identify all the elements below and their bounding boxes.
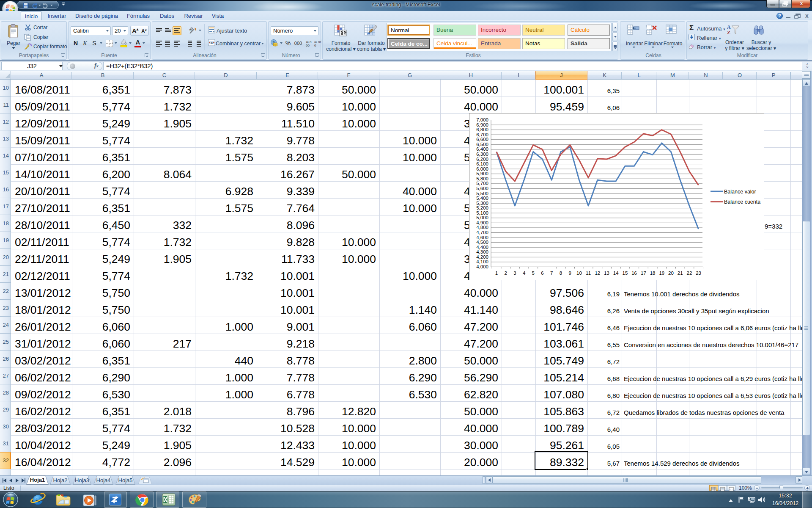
svg-text:5,900: 5,900 [476, 171, 488, 176]
svg-text:12: 12 [595, 271, 600, 276]
svg-text:6,500: 6,500 [476, 142, 488, 147]
svg-text:Balance valor: Balance valor [724, 189, 756, 195]
svg-text:19: 19 [659, 271, 664, 276]
svg-text:7,000: 7,000 [476, 117, 488, 122]
svg-text:6,400: 6,400 [476, 146, 488, 152]
svg-text:4,900: 4,900 [476, 220, 488, 225]
svg-text:6,600: 6,600 [476, 137, 488, 142]
svg-text:5,700: 5,700 [476, 181, 488, 186]
svg-text:6: 6 [541, 271, 543, 276]
svg-text:00: 00 [306, 44, 310, 47]
svg-text:13: 13 [604, 271, 609, 276]
svg-text:6,900: 6,900 [476, 122, 488, 127]
svg-text:5,800: 5,800 [476, 176, 488, 181]
svg-text:5,000: 5,000 [476, 215, 488, 220]
svg-text:6,000: 6,000 [476, 166, 488, 171]
svg-text:9: 9 [568, 271, 571, 276]
svg-text:5,100: 5,100 [476, 210, 488, 215]
svg-text:5,400: 5,400 [476, 196, 488, 201]
svg-text:5: 5 [532, 271, 535, 276]
svg-text:2: 2 [504, 271, 507, 276]
svg-text:4,000: 4,000 [476, 264, 488, 269]
svg-text:6,700: 6,700 [476, 132, 488, 137]
svg-text:4,400: 4,400 [476, 245, 488, 250]
svg-text:Balance cuenta: Balance cuenta [724, 199, 760, 205]
svg-text:?: ? [778, 14, 781, 18]
svg-text:0: 0 [314, 44, 316, 47]
svg-text:4: 4 [523, 271, 526, 276]
svg-text:4,700: 4,700 [476, 230, 488, 235]
svg-text:4,100: 4,100 [476, 259, 488, 264]
svg-text:5,200: 5,200 [476, 205, 488, 210]
svg-text:4,600: 4,600 [476, 235, 488, 240]
svg-text:4,300: 4,300 [476, 249, 488, 254]
svg-text:15: 15 [623, 271, 628, 276]
svg-text:4,500: 4,500 [476, 240, 488, 245]
svg-text:4,200: 4,200 [476, 254, 488, 260]
svg-text:6,200: 6,200 [476, 157, 488, 162]
svg-text:21: 21 [678, 271, 683, 276]
svg-text:6,300: 6,300 [476, 152, 488, 157]
svg-text:6,800: 6,800 [476, 127, 488, 132]
svg-text:7: 7 [550, 271, 553, 276]
svg-text:1: 1 [495, 271, 498, 276]
svg-text:A: A [727, 24, 731, 30]
svg-text:14: 14 [613, 271, 619, 276]
svg-text:a: a [211, 41, 213, 44]
svg-text:10: 10 [576, 271, 582, 276]
svg-text:4,800: 4,800 [476, 225, 488, 230]
svg-text:Z: Z [727, 30, 730, 36]
svg-text:5,300: 5,300 [476, 201, 488, 206]
svg-text:23: 23 [696, 271, 701, 276]
svg-text:ab: ab [189, 27, 194, 32]
svg-text:5,600: 5,600 [476, 186, 488, 191]
svg-text:6,100: 6,100 [476, 161, 488, 166]
svg-text:18: 18 [650, 271, 656, 276]
svg-text:11: 11 [586, 271, 591, 276]
svg-text:16: 16 [631, 271, 637, 276]
svg-text:8: 8 [560, 271, 562, 276]
svg-text:3: 3 [513, 271, 516, 276]
svg-text:5,500: 5,500 [476, 191, 488, 196]
svg-text:17: 17 [641, 271, 646, 276]
svg-text:22: 22 [687, 271, 692, 276]
svg-text:20: 20 [668, 271, 674, 276]
